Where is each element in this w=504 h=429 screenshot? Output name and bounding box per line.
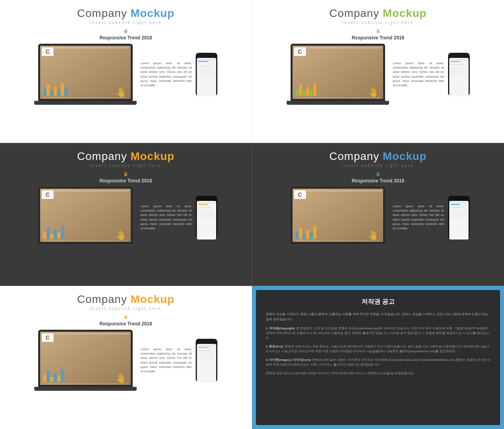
laptop-chart-5 — [43, 369, 64, 382]
laptop-base-4 — [287, 244, 389, 248]
laptop-screen-2: C 🤚 — [293, 46, 383, 99]
laptop-1: C 🤚 — [34, 44, 137, 105]
slide-5-text-area: Lorem ipsum dolor sit amet, consectetur … — [141, 347, 192, 374]
laptop-frame-4: C 🤚 — [291, 187, 385, 244]
slide-5-title-plain: Company — [77, 293, 131, 305]
slide-5-responsive: Responsive Trend 2018 — [100, 321, 152, 327]
laptop-screen-3: C 🤚 — [40, 189, 131, 242]
slide-5-subtitle: Insert subtitle right here — [90, 306, 162, 311]
phone-5 — [196, 339, 217, 382]
slide-5: Company Mockup Insert subtitle right her… — [0, 286, 252, 429]
slide-2-subtitle: Insert subtitle right here — [342, 20, 414, 25]
slide-4-title-accent: Mockup — [383, 150, 427, 162]
slide-4-text-area: Lorem ipsum dolor sit amet, consectetur … — [393, 204, 444, 231]
laptop-frame-2: C 🤚 — [291, 44, 385, 101]
laptop-chart-2 — [296, 83, 316, 96]
copyright-section-3-title: 3. 아이콘(Image) & 이미지(icon): — [266, 358, 311, 362]
phone-screen-3 — [197, 201, 216, 240]
slide-1-subtitle: Insert subtitle right here — [90, 20, 162, 25]
phone-screen-2 — [449, 58, 469, 97]
laptop-hand-2: 🤚 — [366, 86, 380, 99]
crown-icon-4: ♛ — [376, 171, 381, 177]
phone-4 — [448, 196, 470, 239]
laptop-frame-3: C 🤚 — [38, 187, 133, 244]
laptop-base-2 — [287, 101, 389, 105]
phone-screen-1 — [197, 58, 216, 97]
slide-2-title-accent: Mockup — [383, 7, 427, 19]
crown-icon-3: ♛ — [123, 171, 128, 177]
phone-screen-4 — [449, 201, 469, 240]
slide-3-subtitle: Insert subtitle right here — [90, 163, 162, 168]
copyright-section-2: 2. 폰트(font): 콘텐츠 내에 쓰이는 모든 폰트는, 나눔고딕은 배포… — [266, 344, 490, 354]
slide-4-mockup-area: C 🤚 Lorem ipsum dolor sit am — [260, 187, 496, 248]
copyright-section-2-title: 2. 폰트(font): — [266, 345, 284, 348]
laptop-chart-3 — [43, 226, 64, 239]
laptop-screen-5: C 🤚 — [40, 332, 131, 385]
copyright-intro: 콘텐츠 세상을 시작하기 전에! 나름의 철학과 소통하는 사회를 위해 주어진… — [266, 312, 490, 322]
slide-4: Company Mockup Insert subtitle right her… — [252, 143, 504, 286]
laptop-logo-2: C — [294, 47, 306, 56]
slide-2-title: Company Mockup — [329, 7, 426, 20]
laptop-chart-1 — [43, 83, 67, 96]
slide-1-responsive: Responsive Trend 2018 — [100, 35, 152, 41]
slide-1-text-phone: Lorem ipsum dolor sit amet, consectetur … — [141, 61, 192, 88]
phone-screen-5 — [197, 344, 216, 383]
phone-1 — [196, 53, 217, 96]
laptop-screen-1: C 🤚 — [40, 46, 131, 99]
slide-1-title-plain: Company — [77, 7, 131, 19]
laptop-logo-3: C — [42, 190, 54, 199]
laptop-5: C 🤚 — [34, 330, 137, 391]
slide-3-responsive: Responsive Trend 2018 — [100, 178, 152, 184]
laptop-screen-4: C 🤚 — [293, 189, 383, 242]
copyright-footer: 콘텐츠 세상 라이선스에 대한 사세한 서비스이 서아다면에 대한 서비스나 콘… — [266, 371, 490, 376]
slide-4-title-plain: Company — [329, 150, 383, 162]
laptop-hand-4: 🤚 — [366, 229, 380, 242]
slide-4-responsive: Responsive Trend 2018 — [352, 178, 404, 184]
slide-5-title: Company Mockup — [77, 293, 174, 306]
slide-1-lorem: Lorem ipsum dolor sit amet, consectetur … — [141, 61, 192, 88]
slide-6-copyright: 저작권 공고 콘텐츠 세상을 시작하기 전에! 나름의 철학과 소통하는 사회를… — [252, 286, 504, 429]
phone-2 — [448, 53, 470, 96]
phone-3 — [196, 196, 217, 239]
laptop-frame-1: C 🤚 — [38, 44, 133, 101]
laptop-2: C 🤚 — [287, 44, 389, 105]
slide-4-lorem: Lorem ipsum dolor sit amet, consectetur … — [393, 204, 444, 231]
copyright-section-3: 3. 아이콘(Image) & 이미지(icon): 콘텐츠 내에 일부 사용이… — [266, 358, 490, 367]
laptop-base-1 — [34, 101, 137, 105]
slide-2: Company Mockup Insert subtitle right her… — [252, 0, 504, 143]
slide-5-mockup-area: C 🤚 Lorem ipsum dolor sit am — [8, 330, 244, 391]
slide-3-lorem: Lorem ipsum dolor sit amet, consectetur … — [141, 204, 192, 231]
crown-icon-2: ♛ — [376, 28, 381, 34]
slide-5-lorem: Lorem ipsum dolor sit amet, consectetur … — [141, 347, 192, 374]
laptop-hand-1: 🤚 — [114, 86, 128, 99]
slide-3: Company Mockup Insert subtitle right her… — [0, 143, 252, 286]
copyright-section-1-title: 1. 저작권(Copyright): — [266, 327, 295, 330]
copyright-section-1: 1. 저작권(Copyright): 본 콘텐츠의 소유 및 저작권은 콘텐츠 … — [266, 326, 490, 340]
slide-1: Company Mockup Insert subtitle right her… — [0, 0, 252, 143]
slide-2-lorem: Lorem ipsum dolor sit amet, consectetur … — [393, 61, 444, 88]
laptop-hand-3: 🤚 — [114, 229, 128, 242]
slide-3-text-area: Lorem ipsum dolor sit amet, consectetur … — [141, 204, 192, 231]
laptop-hand-5: 🤚 — [114, 372, 128, 385]
laptop-chart-4 — [296, 226, 316, 239]
slide-1-mockup-area: C 🤚 Lorem ipsum — [8, 44, 244, 105]
phone-notch-5 — [203, 341, 211, 343]
copyright-title: 저작권 공고 — [266, 298, 490, 306]
slide-3-title-plain: Company — [77, 150, 131, 162]
slide-4-subtitle: Insert subtitle right here — [342, 163, 414, 168]
slide-4-title: Company Mockup — [329, 150, 426, 163]
laptop-base-3 — [34, 244, 137, 248]
laptop-4: C 🤚 — [287, 187, 389, 248]
phone-notch-3 — [203, 198, 211, 200]
slide-2-mockup-area: C 🤚 Lorem ipsum dolor sit am — [260, 44, 496, 105]
laptop-base-5 — [34, 387, 137, 391]
slide-2-responsive: Responsive Trend 2018 — [352, 35, 404, 41]
slide-3-mockup-area: C 🤚 Lorem ipsum dolor sit am — [8, 187, 244, 248]
slide-1-title-accent: Mockup — [130, 7, 174, 19]
laptop-logo-4: C — [294, 190, 306, 199]
slide-3-title-accent: Mockup — [130, 150, 174, 162]
crown-icon-1: ♛ — [123, 28, 128, 34]
slide-2-title-plain: Company — [329, 7, 383, 19]
slide-3-title: Company Mockup — [77, 150, 174, 163]
crown-icon-5: ♛ — [123, 314, 128, 320]
